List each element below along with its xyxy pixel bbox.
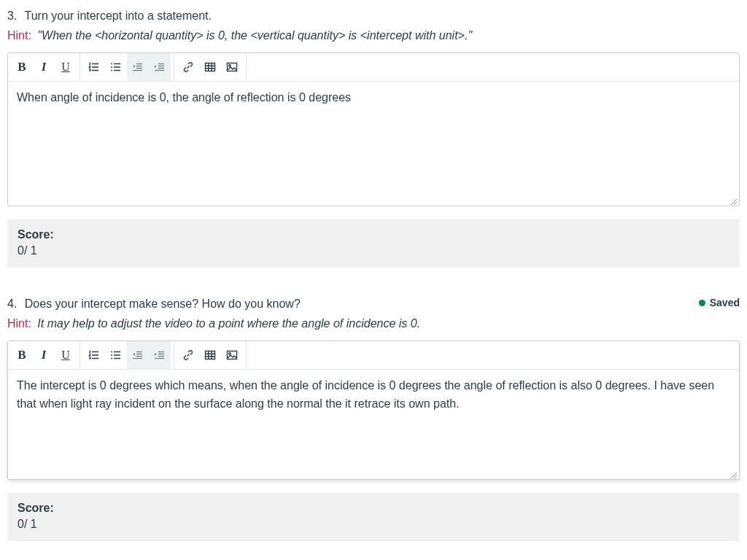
question-text: Turn your intercept into a statement. (25, 9, 212, 22)
ordered-list-button[interactable] (83, 341, 105, 369)
editor-body: The intercept is 0 degrees which means, … (8, 370, 739, 479)
question-4: 4. Does your intercept make sense? How d… (7, 295, 740, 541)
indent-button[interactable] (149, 53, 171, 81)
score-value: 0/ 1 (18, 518, 729, 531)
saved-dot-icon (699, 300, 705, 306)
underline-button[interactable]: U (55, 53, 77, 81)
question-prompt: 4. Does your intercept make sense? How d… (7, 295, 420, 313)
score-box: Score: 0/ 1 (7, 493, 740, 541)
ordered-list-button[interactable] (83, 53, 105, 81)
svg-rect-4 (228, 63, 237, 71)
score-label: Score: (18, 228, 729, 241)
hint-body: It may help to adjust the video to a poi… (37, 317, 420, 330)
hint: Hint: It may help to adjust the video to… (7, 317, 420, 330)
resize-handle-icon (729, 469, 738, 478)
bold-button[interactable]: B (11, 53, 33, 81)
svg-point-1 (111, 66, 112, 68)
svg-point-0 (111, 63, 112, 65)
underline-button[interactable]: U (55, 341, 77, 369)
table-button[interactable] (199, 53, 221, 81)
score-box: Score: 0/ 1 (7, 219, 740, 268)
question-header: 4. Does your intercept make sense? How d… (7, 295, 740, 330)
score-label: Score: (18, 502, 729, 515)
svg-rect-10 (228, 351, 237, 359)
outdent-button[interactable] (127, 341, 149, 369)
hint: Hint: "When the <horizontal quantity> is… (7, 29, 472, 42)
question-number: 4. (7, 298, 17, 310)
unordered-list-button[interactable] (105, 341, 127, 369)
hint-label: Hint: (7, 29, 31, 42)
svg-point-8 (111, 358, 112, 359)
link-button[interactable] (177, 341, 199, 369)
table-button[interactable] (199, 341, 221, 369)
image-button[interactable] (221, 53, 243, 81)
question-text: Does your intercept make sense? How do y… (25, 298, 301, 310)
saved-label: Saved (710, 297, 740, 308)
question-3: 3. Turn your intercept into a statement.… (7, 7, 740, 268)
svg-rect-3 (206, 63, 215, 71)
editor-body: When angle of incidence is 0, the angle … (8, 82, 739, 206)
editor-textarea[interactable]: When angle of incidence is 0, the angle … (8, 82, 739, 169)
saved-indicator: Saved (699, 295, 740, 308)
question-prompt: 3. Turn your intercept into a statement. (7, 7, 472, 25)
svg-point-7 (111, 354, 112, 356)
hint-label: Hint: (7, 317, 31, 330)
svg-point-5 (229, 65, 231, 66)
image-button[interactable] (221, 341, 243, 369)
indent-button[interactable] (149, 341, 171, 369)
score-value: 0/ 1 (18, 244, 729, 257)
editor-toolbar: B I U (8, 341, 739, 370)
unordered-list-button[interactable] (105, 53, 127, 81)
question-header: 3. Turn your intercept into a statement.… (7, 7, 740, 42)
svg-point-6 (111, 351, 112, 353)
rich-text-editor: B I U (7, 341, 740, 480)
question-number: 3. (7, 9, 17, 22)
italic-button[interactable]: I (33, 341, 55, 369)
hint-body: "When the <horizontal quantity> is 0, th… (37, 29, 472, 42)
editor-textarea[interactable]: The intercept is 0 degrees which means, … (8, 370, 739, 457)
resize-handle-icon (729, 195, 738, 204)
bold-button[interactable]: B (11, 341, 33, 369)
rich-text-editor: B I U (7, 52, 740, 206)
italic-button[interactable]: I (33, 53, 55, 81)
outdent-button[interactable] (127, 53, 149, 81)
editor-toolbar: B I U (8, 53, 739, 82)
svg-rect-9 (206, 351, 215, 359)
svg-point-11 (229, 353, 231, 354)
svg-point-2 (111, 70, 112, 71)
link-button[interactable] (177, 53, 199, 81)
